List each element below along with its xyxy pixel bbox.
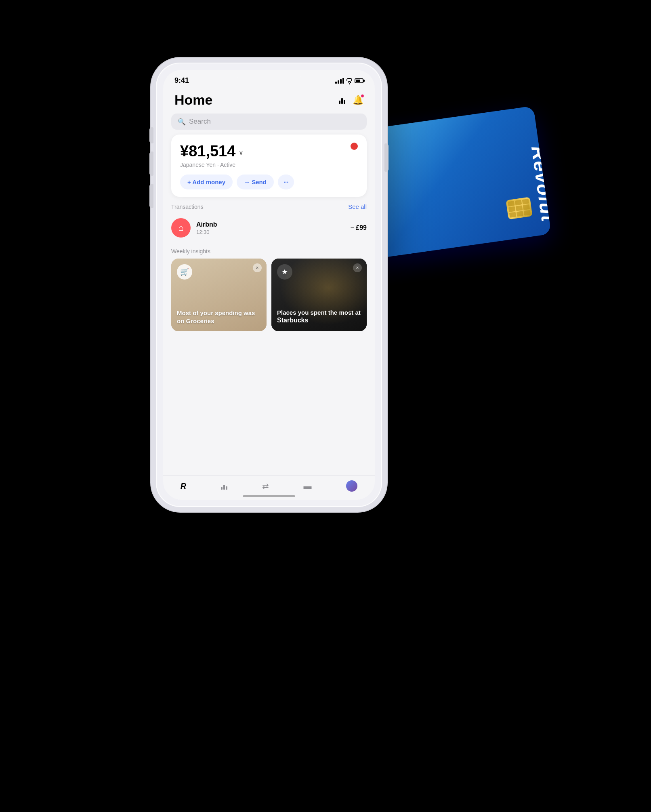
signal-bars-icon: [335, 78, 344, 84]
insights-cards: 🛒 × Most of your spending was on Groceri…: [171, 259, 367, 331]
notification-badge: [361, 94, 364, 98]
chip-cell: [509, 212, 517, 218]
volume-down-button: [149, 184, 153, 208]
starbucks-title: Places you spent the most at: [277, 309, 361, 316]
balance-amount: ¥81,514: [180, 143, 235, 160]
nav-item-revolut[interactable]: R: [181, 482, 186, 491]
status-time: 9:41: [174, 76, 189, 85]
transaction-amount: – £99: [351, 224, 367, 231]
balance-info: ¥81,514 ∨ Japanese Yen · Active: [180, 143, 244, 168]
star-icon: ★: [277, 264, 292, 280]
balance-chevron-icon[interactable]: ∨: [239, 149, 244, 156]
chip-cell: [515, 200, 522, 205]
revolut-r-logo: R: [181, 482, 186, 491]
balance-card: ¥81,514 ∨ Japanese Yen · Active + Add mo…: [171, 135, 367, 197]
search-placeholder: Search: [189, 118, 211, 126]
power-button: [384, 143, 388, 172]
airbnb-logo: ⌂: [171, 218, 191, 238]
action-buttons: + Add money → Send ···: [180, 175, 358, 189]
add-money-button[interactable]: + Add money: [180, 175, 233, 189]
mute-button: [149, 127, 153, 143]
insight-card-groceries: 🛒 × Most of your spending was on Groceri…: [171, 259, 267, 331]
status-icons: [335, 77, 363, 84]
notification-bell-wrapper[interactable]: 🔔: [353, 95, 363, 105]
search-bar[interactable]: 🔍 Search: [171, 114, 367, 130]
phone-screen: 9:41: [163, 70, 375, 500]
see-all-button[interactable]: See all: [348, 203, 367, 210]
groceries-insight-text: Most of your spending was on Groceries: [177, 309, 261, 325]
chip-cell: [524, 210, 531, 216]
close-starbucks-card-button[interactable]: ×: [353, 263, 362, 272]
chip-cell: [508, 201, 515, 206]
cards-icon: ▬: [303, 482, 311, 491]
grocery-basket-icon: 🛒: [177, 264, 192, 280]
nav-item-analytics[interactable]: [221, 482, 227, 490]
more-options-button[interactable]: ···: [278, 175, 294, 189]
chip-cell: [517, 211, 524, 217]
chip-cell: [508, 206, 516, 212]
home-indicator: [243, 495, 295, 497]
volume-up-button: [149, 151, 153, 176]
battery-icon: [355, 78, 363, 83]
insights-label: Weekly insights: [171, 248, 367, 255]
chip-cell: [523, 204, 530, 210]
analytics-header-icon[interactable]: [339, 97, 345, 104]
starbucks-insight-text: Places you spent the most at Starbucks: [277, 309, 361, 325]
signal-bar-4: [342, 78, 344, 84]
transactions-label: Transactions: [171, 204, 204, 210]
app-header: Home 🔔: [163, 88, 375, 111]
battery-fill: [356, 80, 360, 82]
phone-frame: 9:41: [156, 63, 382, 507]
search-icon: 🔍: [178, 118, 186, 126]
insight-card-starbucks: ★ × Places you spent the most at Starbuc…: [271, 259, 367, 331]
balance-amount-row: ¥81,514 ∨: [180, 143, 244, 160]
weekly-insights-section: Weekly insights 🛒 × Most of your spendin…: [163, 242, 375, 331]
transactions-section: Transactions See all ⌂ Airbnb 12:30 – £9…: [163, 199, 375, 242]
notch: [237, 70, 301, 81]
airbnb-icon: ⌂: [178, 223, 183, 233]
transaction-time: 12:30: [196, 229, 345, 235]
scene: Revolut 9:41: [144, 42, 507, 770]
profile-avatar: [346, 480, 357, 492]
header-icons: 🔔: [339, 95, 363, 105]
transaction-info: Airbnb 12:30: [196, 221, 345, 235]
send-button[interactable]: → Send: [237, 175, 274, 189]
record-indicator-dot[interactable]: [351, 143, 358, 150]
balance-header: ¥81,514 ∨ Japanese Yen · Active: [180, 143, 358, 168]
transaction-name: Airbnb: [196, 221, 345, 228]
nav-item-transfer[interactable]: ⇄: [262, 481, 269, 491]
page-title: Home: [174, 92, 212, 108]
close-groceries-card-button[interactable]: ×: [253, 263, 262, 272]
nav-item-cards[interactable]: ▬: [303, 482, 311, 491]
signal-bar-1: [335, 82, 337, 84]
transaction-row[interactable]: ⌂ Airbnb 12:30 – £99: [171, 213, 367, 242]
chip-cell: [522, 199, 529, 204]
wifi-icon: [346, 78, 352, 84]
chip-cell: [516, 205, 523, 211]
signal-bar-3: [340, 79, 342, 84]
card-chip: [506, 197, 532, 219]
nav-analytics-icon: [221, 482, 227, 490]
transactions-header: Transactions See all: [171, 203, 367, 210]
starbucks-highlight: Starbucks: [277, 317, 308, 324]
nav-item-profile[interactable]: [346, 480, 357, 492]
transfer-icon: ⇄: [262, 481, 269, 491]
signal-bar-2: [338, 80, 339, 84]
balance-subtitle: Japanese Yen · Active: [180, 162, 244, 168]
